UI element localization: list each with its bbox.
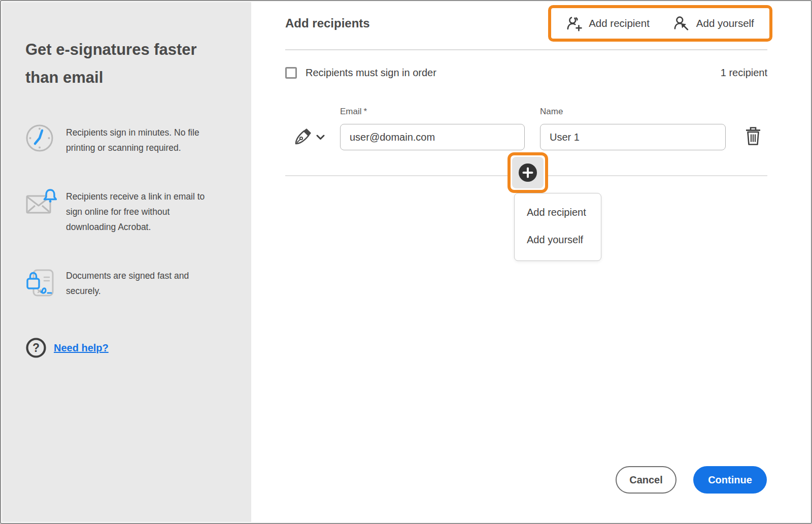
info-sidebar: Get e-signatures faster than email Recip…: [2, 2, 251, 522]
recipient-count: 1 recipient: [721, 67, 767, 79]
add-recipient-label: Add recipient: [589, 17, 650, 29]
benefit-text: Documents are signed fast and securely.: [66, 267, 218, 299]
page-title: Add recipients: [285, 16, 370, 30]
clock-icon: [25, 124, 54, 152]
benefit-item-security: Documents are signed fast and securely.: [25, 267, 231, 299]
menu-item-add-yourself[interactable]: Add yourself: [515, 226, 601, 253]
add-dropdown-menu: Add recipient Add yourself: [514, 193, 601, 261]
sign-in-order-checkbox[interactable]: [285, 67, 297, 79]
benefit-text: Recipients receive a link in email to si…: [66, 188, 218, 235]
person-self-icon: [674, 16, 690, 31]
name-input[interactable]: [540, 124, 726, 150]
pen-nib-icon: [293, 128, 312, 148]
sign-in-order-label[interactable]: Recipients must sign in order: [306, 67, 436, 79]
need-help-link[interactable]: Need help?: [54, 342, 109, 354]
required-asterisk: *: [364, 107, 367, 116]
continue-button[interactable]: Continue: [693, 466, 767, 494]
email-input[interactable]: [340, 124, 525, 150]
add-button-highlight-box: [507, 152, 548, 193]
add-person-icon: [566, 16, 583, 31]
header-divider: [285, 49, 767, 50]
cancel-button[interactable]: Cancel: [616, 466, 676, 494]
menu-item-add-recipient[interactable]: Add recipient: [515, 199, 601, 226]
question-mark-icon: ?: [25, 337, 47, 358]
sign-order-row: Recipients must sign in order 1 recipien…: [285, 67, 767, 79]
header-actions-highlight-box: Add recipient Add yourself: [548, 5, 772, 42]
name-label: Name: [540, 107, 563, 117]
recipient-role-dropdown[interactable]: [293, 127, 327, 148]
svg-text:?: ?: [32, 341, 40, 354]
secure-document-icon: [25, 267, 54, 296]
benefit-text: Recipients sign in minutes. No file prin…: [66, 124, 218, 155]
chevron-down-icon: [316, 134, 325, 142]
benefit-item-email-link: Recipients receive a link in email to si…: [25, 188, 231, 235]
need-help-row: ? Need help?: [25, 337, 231, 358]
sidebar-heading: Get e-signatures faster than email: [25, 36, 216, 91]
benefit-item-speed: Recipients sign in minutes. No file prin…: [25, 124, 231, 155]
add-recipients-dialog: Get e-signatures faster than email Recip…: [0, 0, 812, 524]
add-recipient-button[interactable]: Add recipient: [566, 16, 650, 31]
add-recipient-plus-button[interactable]: [512, 157, 544, 188]
mail-notification-icon: [25, 188, 54, 216]
add-yourself-button[interactable]: Add yourself: [674, 16, 754, 31]
plus-icon: [519, 163, 537, 182]
delete-recipient-button[interactable]: [742, 125, 764, 148]
email-label: Email*: [340, 107, 367, 117]
add-recipients-panel: Add recipients Add recipient: [251, 2, 810, 522]
trash-icon: [745, 126, 762, 148]
add-yourself-label: Add yourself: [696, 17, 754, 29]
